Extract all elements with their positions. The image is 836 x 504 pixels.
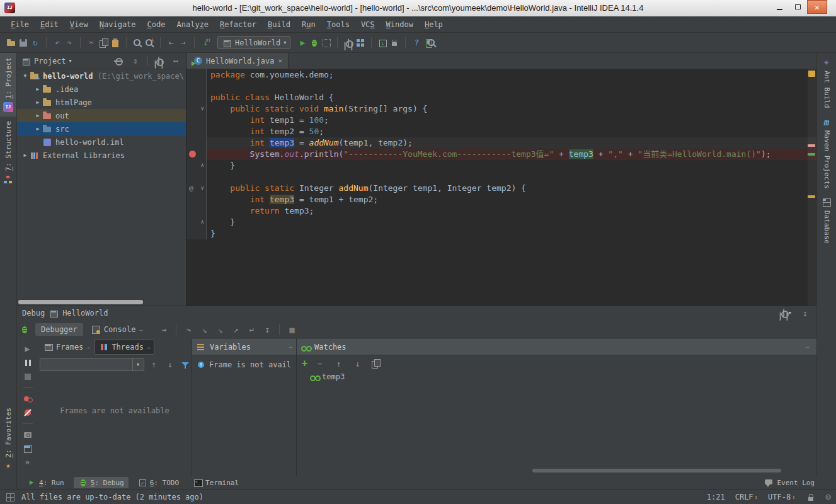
tree-row-hello-world-iml[interactable]: hello-world.iml — [17, 135, 186, 149]
stripe-button--structure[interactable]: 7: Structure — [0, 117, 16, 188]
force-step-into-icon[interactable]: ⇘ — [212, 325, 227, 335]
tool-tab-terminal[interactable]: Terminal — [188, 477, 243, 488]
restore-layout-icon[interactable] — [23, 444, 33, 454]
thread-dump-icon[interactable] — [23, 430, 33, 440]
editor-gutter[interactable] — [186, 92, 207, 103]
mute-breakpoints-icon[interactable] — [23, 408, 33, 418]
tree-row-hello-world[interactable]: ▼hello-world (E:\git_work_space\ — [17, 69, 186, 83]
menu-refactor[interactable]: Refactor — [214, 18, 262, 32]
fold-open-icon[interactable]: ∨ — [201, 105, 204, 112]
copy-icon[interactable] — [98, 38, 108, 48]
add-watch-icon[interactable]: + — [302, 358, 307, 369]
redo-icon[interactable]: ↷ — [64, 38, 74, 48]
drop-frame-icon[interactable]: ↩ — [244, 325, 259, 335]
menu-help[interactable]: Help — [419, 18, 449, 32]
editor-gutter[interactable] — [186, 81, 207, 92]
frames-combobox[interactable]: ▼ — [40, 358, 144, 371]
code-line[interactable]: System.out.println("-----------YouMeek.c… — [186, 149, 816, 160]
editor-gutter[interactable]: @∨ — [186, 183, 207, 194]
code-line[interactable]: int temp3 = addNum(temp1, temp2); — [186, 137, 816, 149]
expanded-arrow-icon[interactable]: ▼ — [21, 73, 30, 79]
code-line[interactable]: @∨ public static Integer addNum(Integer … — [186, 183, 816, 194]
code-line[interactable]: } — [186, 228, 816, 239]
code-line[interactable]: ∨ public static void main(String[] args)… — [186, 103, 816, 115]
editor-gutter[interactable] — [186, 194, 207, 205]
tool-tab-6-todo[interactable]: ✓6: TODO — [134, 478, 183, 488]
checkout-update-icon[interactable] — [377, 38, 387, 48]
stripe-button-ant-build[interactable]: ✳Ant Build — [817, 53, 836, 113]
menu-view[interactable]: View — [64, 18, 94, 32]
scroll-from-source-icon[interactable] — [113, 56, 123, 66]
remove-watch-icon[interactable]: − — [314, 359, 326, 369]
tree-row-src[interactable]: ▶src — [17, 122, 186, 135]
replace-icon[interactable]: A — [144, 38, 154, 48]
resume-icon[interactable]: ▶ — [23, 344, 33, 354]
paste-icon[interactable] — [110, 38, 120, 48]
menu-run[interactable]: Run — [296, 18, 321, 32]
horizontal-scrollbar[interactable] — [18, 300, 143, 304]
menu-window[interactable]: Window — [381, 18, 419, 32]
line-separator-widget[interactable]: CRLF↕ — [735, 493, 758, 501]
event-log-button[interactable]: Event Log — [764, 478, 815, 488]
collapse-all-icon[interactable]: ⇕ — [129, 56, 142, 66]
lock-icon[interactable] — [806, 492, 816, 502]
run-icon[interactable]: ▶ — [297, 38, 307, 48]
settings-icon[interactable] — [343, 38, 353, 48]
horizontal-scrollbar[interactable] — [532, 469, 781, 472]
move-down-icon[interactable]: ↓ — [352, 359, 364, 369]
debug-tab-debugger[interactable]: Debugger — [35, 323, 83, 336]
collapsed-arrow-icon[interactable]: ▶ — [33, 113, 42, 118]
pause-icon[interactable] — [23, 358, 33, 368]
collapsed-arrow-icon[interactable]: ▶ — [21, 152, 30, 158]
find-icon[interactable] — [132, 38, 142, 48]
fold-open-icon[interactable]: ∨ — [201, 184, 204, 192]
code-line[interactable] — [186, 171, 816, 183]
menu-analyze[interactable]: Analyze — [171, 18, 215, 32]
gear-icon[interactable] — [779, 308, 789, 318]
watch-item-temp3[interactable]: temp3 — [297, 372, 816, 382]
pin-arrow-icon[interactable]: → — [805, 343, 809, 350]
coverage-icon[interactable] — [321, 38, 331, 48]
fold-close-icon[interactable]: ∧ — [201, 218, 204, 226]
undo-icon[interactable]: ↶ — [52, 38, 62, 48]
chevron-down-icon[interactable]: ▼ — [132, 358, 144, 370]
frames-tab-threads[interactable]: Threads→ — [94, 340, 154, 355]
tool-tab-4-run[interactable]: ▶4: Run — [22, 477, 69, 488]
debug-icon[interactable] — [309, 38, 319, 48]
gear-icon[interactable] — [154, 56, 164, 66]
open-project-icon[interactable] — [6, 38, 16, 48]
code-line[interactable]: int temp2 = 50; — [186, 126, 816, 137]
code-line[interactable]: package com.youmeek.demo; — [186, 69, 816, 81]
save-all-icon[interactable] — [18, 38, 28, 48]
editor-gutter[interactable]: ∧ — [186, 217, 207, 228]
tree-row-external-libraries[interactable]: ▶External Libraries — [17, 149, 186, 162]
editor-gutter[interactable] — [186, 137, 207, 149]
breakpoint-icon[interactable] — [189, 151, 196, 158]
editor-tab-helloworld[interactable]: HelloWorld.java × — [186, 53, 289, 69]
minimize-button[interactable] — [770, 0, 789, 14]
editor-gutter[interactable] — [186, 171, 207, 183]
more-icon[interactable]: » — [23, 457, 33, 467]
chevron-down-icon[interactable]: ▼ — [69, 59, 72, 64]
run-configuration-combo[interactable]: HelloWorld ▼ — [217, 36, 290, 49]
menu-navigate[interactable]: Navigate — [94, 18, 142, 32]
editor-gutter[interactable] — [186, 126, 207, 137]
next-frame-icon[interactable]: ↓ — [164, 360, 176, 369]
search-everywhere-icon[interactable] — [427, 38, 437, 48]
pin-arrow-icon[interactable]: → — [289, 343, 292, 350]
menu-file[interactable]: File — [5, 18, 35, 32]
view-breakpoints-icon[interactable] — [23, 394, 33, 404]
duplicate-watch-icon[interactable] — [370, 358, 381, 369]
tool-tab-5-debug[interactable]: 5: Debug — [74, 477, 129, 488]
tree-row-out[interactable]: ▶out — [17, 109, 186, 122]
menu-code[interactable]: Code — [142, 18, 171, 32]
step-out-icon[interactable]: ↗ — [228, 325, 243, 335]
fold-close-icon[interactable]: ∧ — [201, 161, 204, 169]
collapsed-arrow-icon[interactable]: ▶ — [33, 100, 42, 105]
editor-scrollbar[interactable] — [808, 69, 816, 306]
editor-gutter[interactable] — [186, 69, 207, 81]
code-line[interactable]: ∧ } — [186, 217, 816, 228]
code-editor[interactable]: package com.youmeek.demo; public class H… — [186, 69, 816, 306]
help-icon[interactable]: ? — [411, 38, 421, 48]
hector-inspector-icon[interactable]: ☺ — [826, 492, 831, 502]
